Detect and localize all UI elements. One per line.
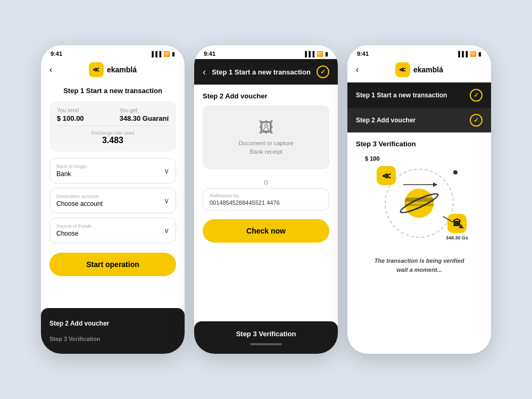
- send-value: $ 100.00: [57, 114, 84, 122]
- bank-node: 🏛 348.30 Gs: [446, 214, 468, 240]
- app-name-1: ekamblá: [107, 65, 137, 74]
- bank-origin-label: Bank of Origin: [56, 164, 169, 169]
- back-button-3[interactable]: ‹: [356, 65, 359, 74]
- transaction-viz: $ 100 ≪ 🏛 348.30 Gs: [361, 155, 478, 251]
- logo-node-icon: ≪: [377, 166, 396, 185]
- upload-icon: 🖼: [259, 119, 273, 136]
- signal-icon-3: ▐▐▐: [456, 51, 468, 57]
- status-icons-3: ▐▐▐ 🛜 ▮: [456, 51, 481, 57]
- back-button-2[interactable]: ‹: [203, 66, 206, 78]
- step3-footer-label: Step 3 Verification: [203, 330, 329, 338]
- wifi-icon-3: 🛜: [470, 51, 476, 57]
- check-icon-3a: ✓: [470, 89, 483, 102]
- wifi-icon-2: 🛜: [317, 51, 323, 57]
- bank-origin-dropdown[interactable]: Bank of Origin Bank ∨: [49, 158, 176, 184]
- rate-label: Exchange rate used: [57, 130, 169, 136]
- step3-footer: Step 3 Verification: [194, 321, 338, 354]
- check-now-button[interactable]: Check now: [203, 219, 329, 243]
- p2-step1-header: ‹ Step 1 Start a new transaction ✓: [194, 59, 338, 85]
- rate-value: 3.483: [57, 136, 169, 145]
- status-bar-3: 9:41 ▐▐▐ 🛜 ▮: [347, 45, 491, 59]
- reference-value: 00148545288445521 4476: [210, 200, 322, 206]
- get-value: 348.30 Guaraní: [120, 114, 169, 122]
- verify-text: The transaction is being verified wait a…: [356, 256, 483, 274]
- phone2-content: Step 2 Add voucher 🖼 Document or capture…: [194, 85, 338, 354]
- back-button-1[interactable]: ‹: [49, 65, 52, 74]
- chevron-down-icon-2: ∨: [164, 196, 169, 205]
- logo-icon-1: ≪: [89, 62, 104, 77]
- home-indicator: [250, 343, 282, 345]
- p3-step1-header: Step 1 Start a new transaction ✓: [347, 82, 491, 108]
- battery-icon-2: ▮: [325, 51, 328, 57]
- orbit-dot-top: [453, 170, 458, 174]
- destination-value: Choose account: [56, 200, 169, 207]
- wifi-icon: 🛜: [163, 51, 170, 57]
- check-icon-2: ✓: [317, 65, 329, 78]
- get-col: You get 348.30 Guaraní: [120, 107, 169, 122]
- step1-title: Step 1 Start a new transaction: [41, 82, 185, 101]
- check-icon-3b: ✓: [470, 114, 483, 127]
- amount-from-label: $ 100: [365, 155, 380, 162]
- app-name-3: ekamblá: [413, 65, 443, 74]
- upload-text: Document or capture Bank receipt: [239, 139, 294, 156]
- app-header-1: ‹ ≪ ekamblá: [41, 59, 185, 82]
- logo-node: ≪: [377, 166, 396, 185]
- logo-1: ≪ ekamblá: [89, 62, 137, 77]
- reference-box: Reference No. 00148545288445521 4476: [203, 188, 329, 211]
- app-header-3: ‹ ≪ ekamblá: [347, 59, 491, 82]
- p3-step2-header: Step 2 Add voucher ✓: [347, 108, 491, 132]
- p3-step2-label: Step 2 Add voucher: [356, 117, 415, 124]
- exchange-row: You send $ 100.00 You get 348.30 Guaraní: [57, 107, 169, 122]
- signal-icon-2: ▐▐▐: [303, 51, 314, 57]
- chevron-down-icon: ∨: [164, 167, 169, 175]
- phone3-content: Step 3 Verification $ 100 ≪: [347, 132, 491, 354]
- battery-icon-3: ▮: [478, 51, 481, 57]
- planet: [401, 185, 438, 222]
- bank-icon: 🏛: [447, 214, 467, 233]
- p2-step1-label: Step 1 Start a new transaction: [212, 68, 311, 76]
- phone-1: 9:41 ▐▐▐ 🛜 ▮ ‹ ≪ ekamblá Step 1 Start a …: [41, 45, 185, 354]
- send-label: You send: [57, 107, 84, 113]
- source-dropdown[interactable]: Source of Funds Choose ∨: [49, 218, 176, 243]
- step3-title: Step 3 Verification: [356, 140, 483, 148]
- bottom-steps: Step 2 Add voucher Step 3 Verification: [41, 308, 185, 354]
- status-bar-1: 9:41 ▐▐▐ 🛜 ▮: [41, 45, 185, 59]
- destination-label: Destination account: [56, 194, 169, 199]
- rate-row: Exchange rate used 3.483: [57, 126, 169, 145]
- chevron-down-icon-3: ∨: [164, 226, 169, 235]
- status-icons-1: ▐▐▐ 🛜 ▮: [150, 51, 175, 57]
- logo-icon-3: ≪: [395, 62, 410, 77]
- phone-3: 9:41 ▐▐▐ 🛜 ▮ ‹ ≪ ekamblá Step 1 Start a …: [347, 45, 491, 354]
- phone1-content: Step 1 Start a new transaction You send …: [41, 82, 185, 354]
- time-1: 9:41: [51, 51, 62, 57]
- status-icons-2: ▐▐▐ 🛜 ▮: [303, 51, 328, 57]
- exchange-box: You send $ 100.00 You get 348.30 Guaraní…: [49, 101, 176, 152]
- source-value: Choose: [56, 230, 169, 237]
- step3-item: Step 3 Verification: [49, 330, 176, 345]
- phone-2: 9:41 ▐▐▐ 🛜 ▮ ‹ Step 1 Start a new transa…: [194, 45, 338, 354]
- step2-item: Step 2 Add voucher: [49, 317, 176, 330]
- reference-label: Reference No.: [210, 193, 322, 198]
- logo-3: ≪ ekamblá: [395, 62, 443, 77]
- bank-origin-value: Bank: [56, 170, 169, 178]
- get-label: You get: [120, 107, 169, 113]
- signal-icon: ▐▐▐: [150, 51, 161, 57]
- p3-step1-label: Step 1 Start a new transaction: [356, 92, 447, 99]
- time-3: 9:41: [357, 51, 369, 57]
- dot-divider: o: [194, 178, 338, 186]
- upload-box[interactable]: 🖼 Document or capture Bank receipt: [203, 105, 329, 169]
- battery-icon: ▮: [172, 51, 175, 57]
- start-operation-button[interactable]: Start operation: [49, 253, 176, 276]
- time-2: 9:41: [204, 51, 215, 57]
- step2-title: Step 2 Add voucher: [194, 85, 338, 105]
- status-bar-2: 9:41 ▐▐▐ 🛜 ▮: [194, 45, 338, 59]
- send-col: You send $ 100.00: [57, 107, 84, 122]
- destination-dropdown[interactable]: Destination account Choose account ∨: [49, 188, 176, 213]
- amount-to-label: 348.30 Gs: [446, 235, 468, 240]
- source-label: Source of Funds: [56, 223, 169, 229]
